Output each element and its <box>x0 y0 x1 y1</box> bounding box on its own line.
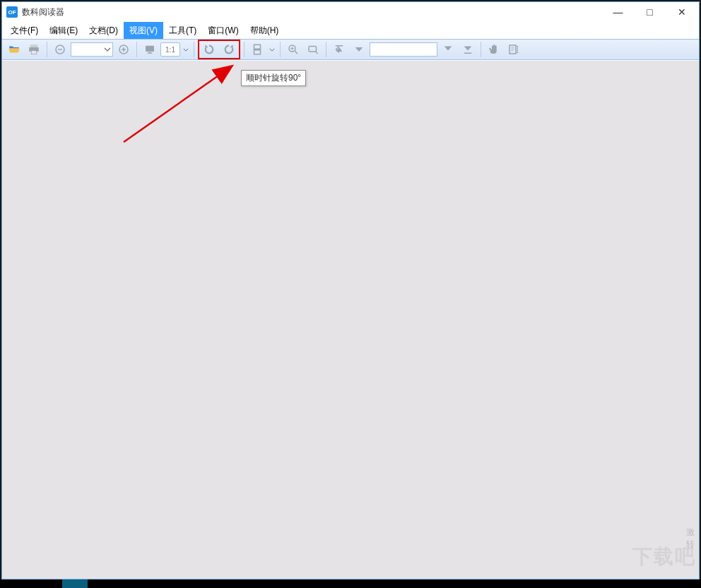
rotate-cw-icon <box>223 43 235 56</box>
rotate-ccw-icon <box>203 43 216 56</box>
svg-rect-21 <box>509 45 516 54</box>
svg-rect-8 <box>146 46 154 52</box>
chevron-down-icon <box>104 47 111 52</box>
menu-file[interactable]: 文件(F) <box>5 22 44 39</box>
tooltip: 顺时针旋转90° <box>241 70 306 86</box>
svg-rect-2 <box>31 51 37 54</box>
menu-help[interactable]: 帮助(H) <box>245 22 285 39</box>
arrow-down-icon <box>442 43 454 56</box>
zoom-out-button[interactable] <box>51 41 69 58</box>
open-button[interactable] <box>5 41 23 58</box>
page-input[interactable] <box>370 42 437 57</box>
actual-size-button[interactable]: 1:1 <box>160 42 180 57</box>
rotate-group-highlight <box>198 40 240 59</box>
plus-circle-icon <box>117 43 130 56</box>
titlebar[interactable]: OF 数科阅读器 — □ ✕ <box>2 2 699 22</box>
svg-line-14 <box>295 51 298 54</box>
page-layout-icon <box>251 43 264 56</box>
app-icon: OF <box>6 6 18 18</box>
printer-icon <box>28 43 40 56</box>
taskbar[interactable] <box>0 580 701 588</box>
svg-rect-11 <box>254 45 261 49</box>
brand-watermark: 下载吧 <box>632 543 696 570</box>
print-button[interactable] <box>25 41 43 58</box>
menu-tools[interactable]: 工具(T) <box>163 22 202 39</box>
minimize-button[interactable]: — <box>602 2 634 22</box>
rotate-ccw-button[interactable] <box>200 41 218 58</box>
last-page-icon <box>461 43 474 56</box>
maximize-button[interactable]: □ <box>634 2 666 22</box>
minus-circle-icon <box>54 43 66 56</box>
select-text-button[interactable] <box>505 41 523 58</box>
chevron-down-icon <box>183 48 189 52</box>
prev-page-button[interactable] <box>350 41 368 58</box>
arrow-up-icon <box>353 43 365 56</box>
chevron-down-icon <box>269 48 275 52</box>
loupe-button[interactable] <box>304 41 322 58</box>
taskbar-app-icon[interactable] <box>62 580 88 588</box>
magnifier-plus-icon <box>287 43 300 56</box>
menu-window[interactable]: 窗口(W) <box>202 22 244 39</box>
menubar: 文件(F) 编辑(E) 文档(D) 视图(V) 工具(T) 窗口(W) 帮助(H… <box>2 22 699 39</box>
toolbar: 1:1 <box>2 39 699 60</box>
first-page-icon <box>333 43 346 56</box>
page-layout-button[interactable] <box>248 41 266 58</box>
svg-rect-12 <box>254 50 261 54</box>
svg-rect-0 <box>30 45 38 47</box>
next-page-button[interactable] <box>439 41 457 58</box>
rotate-cw-button[interactable] <box>220 41 238 58</box>
first-page-button[interactable] <box>330 41 348 58</box>
desktop: OF 数科阅读器 — □ ✕ 文件(F) 编辑(E) 文档(D) 视图(V) 工… <box>0 0 701 588</box>
svg-rect-17 <box>309 47 317 52</box>
layout-dropdown[interactable] <box>268 41 276 58</box>
text-select-icon <box>507 43 520 56</box>
hand-icon <box>488 43 500 56</box>
menu-edit[interactable]: 编辑(E) <box>44 22 83 39</box>
zoom-tool-button[interactable] <box>284 41 302 58</box>
app-window: OF 数科阅读器 — □ ✕ 文件(F) 编辑(E) 文档(D) 视图(V) 工… <box>1 1 700 580</box>
zoom-combo[interactable] <box>71 42 113 57</box>
close-button[interactable]: ✕ <box>666 2 697 22</box>
folder-open-icon <box>8 43 20 56</box>
last-page-button[interactable] <box>459 41 477 58</box>
svg-rect-9 <box>148 52 152 54</box>
menu-doc[interactable]: 文档(D) <box>83 22 124 39</box>
zoom-in-button[interactable] <box>114 41 133 58</box>
hand-tool-button[interactable] <box>485 41 503 58</box>
window-title: 数科阅读器 <box>22 6 64 18</box>
menu-view[interactable]: 视图(V) <box>124 22 163 39</box>
magnifier-rect-icon <box>307 43 319 56</box>
document-area[interactable] <box>2 61 699 579</box>
monitor-icon <box>143 43 156 56</box>
fit-dropdown[interactable] <box>182 41 190 58</box>
svg-rect-10 <box>147 53 153 54</box>
fit-screen-button[interactable] <box>141 41 159 58</box>
